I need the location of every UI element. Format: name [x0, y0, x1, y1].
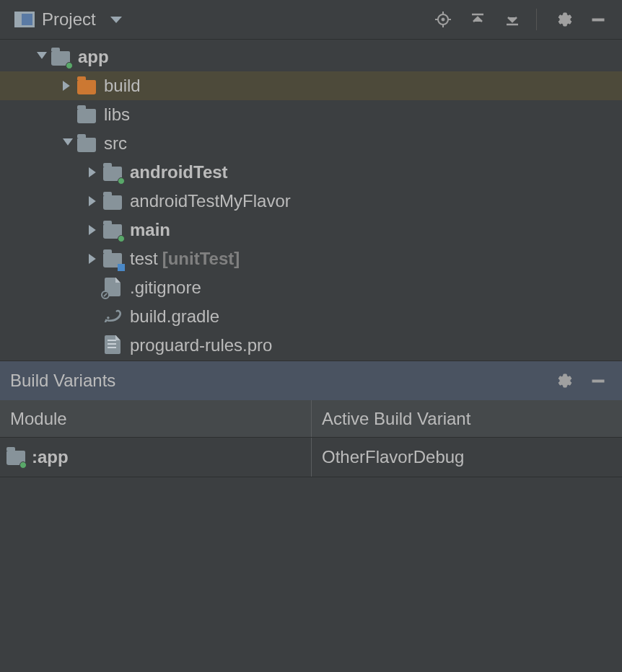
tree-label: app — [78, 47, 109, 67]
file-icon — [102, 335, 123, 355]
tree-label: main — [130, 220, 170, 240]
test-folder-icon — [102, 249, 123, 269]
chevron-right-icon[interactable] — [85, 250, 102, 268]
minimize-icon[interactable] — [584, 6, 612, 33]
expand-all-icon[interactable] — [464, 6, 491, 33]
tree-label: libs — [104, 105, 130, 125]
chevron-right-icon[interactable] — [59, 77, 76, 94]
tree-label: build.gradle — [130, 306, 219, 327]
module-folder-icon — [102, 220, 123, 240]
svg-marker-9 — [37, 52, 47, 59]
svg-rect-8 — [592, 19, 604, 21]
locate-icon[interactable] — [429, 6, 457, 33]
variant-cell[interactable]: OtherFlavorDebug — [312, 438, 622, 477]
chevron-down-icon[interactable] — [59, 135, 76, 152]
table-row[interactable]: :app OtherFlavorDebug — [0, 438, 622, 477]
svg-marker-15 — [89, 254, 96, 264]
chevron-right-icon[interactable] — [85, 221, 102, 239]
svg-marker-13 — [89, 196, 96, 206]
tree-node-gitignore[interactable]: .gitignore — [0, 273, 622, 302]
collapse-all-icon[interactable] — [499, 6, 526, 33]
tree-label: src — [104, 133, 127, 154]
tree-label: build — [104, 76, 141, 96]
tree-node-proguard[interactable]: proguard-rules.pro — [0, 331, 622, 360]
gear-icon[interactable] — [550, 6, 577, 33]
module-name: :app — [32, 447, 69, 467]
svg-marker-10 — [63, 81, 70, 91]
gradle-icon — [102, 306, 123, 327]
svg-marker-12 — [89, 167, 96, 177]
project-panel-title[interactable]: Project — [42, 9, 96, 30]
tree-label: proguard-rules.pro — [130, 335, 272, 355]
module-folder-icon — [6, 448, 25, 467]
table-header-row: Module Active Build Variant — [0, 400, 622, 438]
build-variants-title: Build Variants — [10, 371, 115, 391]
tree-label: .gitignore — [130, 278, 201, 298]
svg-marker-14 — [89, 225, 96, 235]
svg-marker-11 — [63, 138, 73, 146]
module-folder-icon — [102, 162, 123, 182]
chevron-right-icon[interactable] — [85, 164, 102, 181]
column-header-variant[interactable]: Active Build Variant — [312, 400, 622, 437]
arrow-placeholder — [85, 279, 102, 296]
tree-node-app[interactable]: app — [0, 43, 622, 71]
tree-node-src[interactable]: src — [0, 129, 622, 158]
folder-icon — [102, 191, 123, 211]
tree-label-suffix: [unitTest] — [162, 249, 240, 269]
column-header-module[interactable]: Module — [0, 400, 312, 437]
arrow-placeholder — [85, 308, 102, 325]
tree-node-build[interactable]: build — [0, 71, 622, 100]
tree-node-test[interactable]: test [unitTest] — [0, 244, 622, 273]
arrow-placeholder — [85, 337, 102, 354]
file-ignored-icon — [102, 278, 123, 298]
module-folder-icon — [51, 47, 71, 67]
separator — [536, 9, 537, 30]
tree-label: test — [130, 249, 158, 269]
arrow-placeholder — [59, 106, 76, 123]
svg-rect-16 — [592, 380, 604, 382]
chevron-down-icon[interactable] — [110, 17, 122, 23]
folder-icon — [76, 133, 97, 154]
tree-node-libs[interactable]: libs — [0, 100, 622, 129]
minimize-icon[interactable] — [584, 367, 612, 394]
build-variants-panel-header: Build Variants — [0, 361, 622, 400]
folder-icon — [76, 105, 97, 125]
tree-node-main[interactable]: main — [0, 216, 622, 244]
project-tree[interactable]: app build libs src androidTest androidTe… — [0, 40, 622, 361]
project-view-icon[interactable] — [14, 12, 35, 27]
tree-label: androidTestMyFlavor — [130, 191, 291, 211]
build-variants-table: Module Active Build Variant :app OtherFl… — [0, 400, 622, 477]
folder-icon — [76, 76, 97, 96]
chevron-down-icon[interactable] — [33, 48, 51, 66]
svg-point-1 — [442, 18, 444, 21]
chevron-right-icon[interactable] — [85, 193, 102, 210]
project-panel-header: Project — [0, 0, 622, 40]
gear-icon[interactable] — [550, 367, 577, 394]
module-cell[interactable]: :app — [0, 438, 312, 477]
tree-node-androidtest[interactable]: androidTest — [0, 158, 622, 187]
tree-node-androidtestmyflavor[interactable]: androidTestMyFlavor — [0, 187, 622, 216]
tree-label: androidTest — [130, 162, 228, 182]
tree-node-buildgradle[interactable]: build.gradle — [0, 302, 622, 331]
